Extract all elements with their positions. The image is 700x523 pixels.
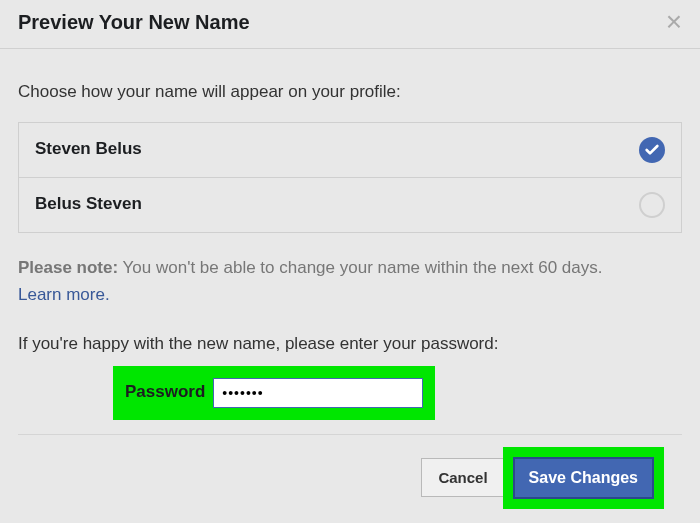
password-input[interactable]	[213, 378, 423, 408]
name-option-label: Belus Steven	[35, 193, 142, 216]
name-instruction: Choose how your name will appear on your…	[18, 81, 682, 104]
dialog-title: Preview Your New Name	[18, 11, 250, 34]
password-row: Password	[18, 366, 682, 420]
save-highlight: Save Changes	[503, 447, 664, 509]
save-changes-button[interactable]: Save Changes	[513, 457, 654, 499]
dialog-header: Preview Your New Name ×	[0, 0, 700, 49]
divider	[18, 434, 682, 435]
dialog-actions: Cancel Save Changes	[18, 447, 682, 509]
password-instruction: If you're happy with the new name, pleas…	[18, 333, 682, 356]
password-highlight: Password	[113, 366, 435, 420]
radio-unselected-icon	[639, 192, 665, 218]
note-bold: Please note:	[18, 258, 118, 277]
close-icon[interactable]: ×	[666, 6, 682, 38]
radio-selected-icon	[639, 137, 665, 163]
password-label: Password	[125, 381, 205, 404]
preview-name-dialog: Preview Your New Name × Choose how your …	[0, 0, 700, 523]
name-options: Steven Belus Belus Steven	[18, 122, 682, 233]
cancel-button[interactable]: Cancel	[421, 458, 504, 497]
learn-more-link[interactable]: Learn more.	[18, 284, 682, 307]
name-option-2[interactable]: Belus Steven	[19, 178, 681, 232]
name-option-label: Steven Belus	[35, 138, 142, 161]
note-text: You won't be able to change your name wi…	[118, 258, 602, 277]
name-option-1[interactable]: Steven Belus	[19, 123, 681, 178]
dialog-body: Choose how your name will appear on your…	[0, 49, 700, 509]
name-change-note: Please note: You won't be able to change…	[18, 257, 682, 280]
